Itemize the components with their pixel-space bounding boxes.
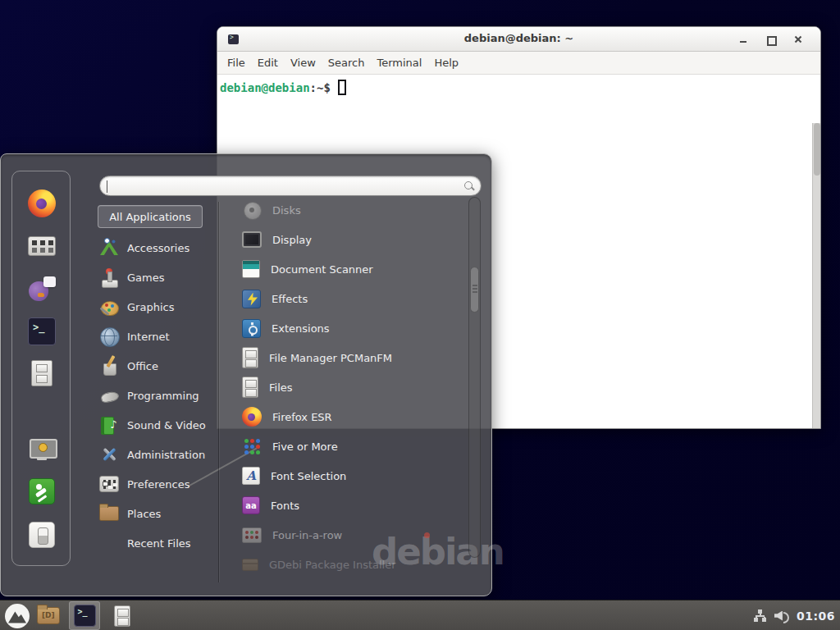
app-label: Disks — [272, 204, 301, 217]
maximize-button[interactable] — [765, 34, 777, 46]
terminal-scrollbar[interactable] — [812, 123, 820, 428]
category-places[interactable]: Places — [98, 499, 219, 528]
menu-scrollbar[interactable] — [468, 197, 481, 558]
app-fonts[interactable]: aaFonts — [232, 491, 467, 520]
effects-icon — [242, 290, 261, 308]
app-label: GDebi Package Installer — [269, 559, 396, 571]
accessories-icon — [99, 238, 119, 258]
app-effects[interactable]: Effects — [232, 284, 467, 313]
file-cabinet-icon — [242, 377, 258, 398]
app-search-input[interactable] — [108, 178, 453, 194]
terminal-cursor — [338, 80, 346, 95]
app-files[interactable]: Files — [232, 372, 467, 402]
four-in-a-row-icon — [242, 527, 262, 543]
favorites-panel — [11, 171, 71, 566]
keyboard-icon — [28, 236, 56, 256]
terminal-titlebar[interactable]: debian@debian: ~ — [217, 27, 820, 52]
menu-edit[interactable]: Edit — [258, 57, 278, 69]
menu-scrollbar-handle[interactable] — [470, 267, 479, 313]
app-document-scanner[interactable]: Document Scanner — [232, 254, 467, 284]
favorite-firefox[interactable] — [28, 189, 56, 217]
category-label: Office — [127, 360, 158, 372]
lock-screen-button[interactable] — [28, 436, 56, 463]
category-accessories[interactable]: Accessories — [98, 233, 219, 262]
internet-icon — [99, 326, 119, 346]
favorite-keyboard-app[interactable] — [28, 232, 56, 260]
app-label: File Manager PCManFM — [269, 352, 392, 364]
column-separator — [218, 202, 219, 582]
favorite-file-manager[interactable] — [28, 359, 56, 387]
category-sound-video[interactable]: Sound & Video — [98, 410, 219, 440]
minimize-button[interactable] — [737, 34, 750, 46]
terminal-menubar: File Edit View Search Terminal Help — [217, 52, 820, 75]
category-label: Games — [127, 272, 164, 284]
category-administration[interactable]: Administration — [98, 440, 219, 469]
file-cabinet-icon — [242, 347, 258, 368]
close-button[interactable] — [792, 34, 805, 46]
category-recent-files[interactable]: Recent Files — [98, 528, 219, 558]
app-label: Extensions — [272, 322, 330, 335]
app-label: Fonts — [271, 500, 299, 512]
file-cabinet-icon — [114, 605, 130, 627]
favorite-pidgin[interactable] — [28, 275, 56, 303]
terminal-taskbar-button[interactable] — [69, 601, 100, 630]
app-disks[interactable]: Disks — [232, 195, 467, 225]
clock[interactable]: 01:06 — [797, 609, 835, 623]
application-list: Disks Display Document Scanner Effects E… — [232, 195, 467, 579]
category-office[interactable]: Office — [98, 351, 219, 381]
log-out-button[interactable] — [28, 477, 56, 505]
file-manager-launcher[interactable] — [34, 603, 62, 628]
app-display[interactable]: Display — [232, 225, 467, 254]
gdebi-icon — [242, 559, 258, 571]
pidgin-icon — [28, 275, 56, 303]
category-label: Internet — [127, 331, 170, 343]
file-cabinet-icon — [31, 360, 52, 386]
search-icon — [463, 180, 475, 192]
category-label: Administration — [127, 449, 205, 461]
start-menu-button[interactable] — [3, 603, 31, 628]
no-icon — [99, 533, 119, 553]
app-gdebi-package-installer[interactable]: GDebi Package Installer — [232, 550, 467, 579]
favorite-terminal[interactable] — [28, 317, 56, 345]
category-programming[interactable]: Programming — [98, 381, 219, 410]
menu-search[interactable]: Search — [328, 57, 365, 69]
document-scanner-icon — [242, 260, 260, 278]
programming-icon — [99, 386, 119, 405]
menu-file[interactable]: File — [227, 57, 245, 69]
category-graphics[interactable]: Graphics — [98, 292, 219, 322]
category-label: Sound & Video — [127, 419, 206, 431]
preferences-icon — [99, 476, 119, 492]
app-label: Display — [272, 234, 312, 246]
category-internet[interactable]: Internet — [98, 322, 219, 351]
firefox-icon — [242, 407, 262, 427]
category-preferences[interactable]: Preferences — [98, 469, 219, 499]
app-label: Four-in-a-row — [272, 529, 342, 541]
disks-icon — [242, 200, 262, 220]
network-icon[interactable] — [753, 609, 767, 623]
shutdown-button[interactable] — [28, 521, 56, 549]
all-applications-button[interactable]: All Applications — [98, 205, 203, 228]
category-label: Programming — [127, 390, 199, 402]
app-file-manager-pcmanfm[interactable]: File Manager PCManFM — [232, 343, 467, 372]
menu-terminal[interactable]: Terminal — [377, 57, 422, 69]
volume-icon[interactable] — [774, 609, 789, 623]
administration-icon — [99, 445, 119, 464]
start-menu-icon — [5, 604, 30, 628]
category-games[interactable]: Games — [98, 262, 219, 292]
menu-view[interactable]: View — [290, 57, 316, 69]
app-five-or-more[interactable]: Five or More — [232, 431, 467, 461]
text-caret — [107, 180, 107, 193]
folder-icon — [37, 607, 60, 624]
app-firefox-esr[interactable]: Firefox ESR — [232, 402, 467, 431]
prompt-path: :~$ — [310, 81, 331, 94]
terminal-scrollbar-handle[interactable] — [814, 123, 820, 176]
shutdown-icon — [29, 522, 55, 548]
app-extensions[interactable]: Extensions — [232, 313, 467, 343]
menu-help[interactable]: Help — [434, 57, 459, 69]
extensions-icon — [242, 319, 261, 338]
five-or-more-icon — [242, 436, 262, 456]
app-font-selection[interactable]: AFont Selection — [232, 461, 467, 491]
category-label: Accessories — [127, 242, 189, 254]
app-four-in-a-row[interactable]: Four-in-a-row — [232, 520, 467, 550]
files-launcher[interactable] — [108, 603, 136, 628]
